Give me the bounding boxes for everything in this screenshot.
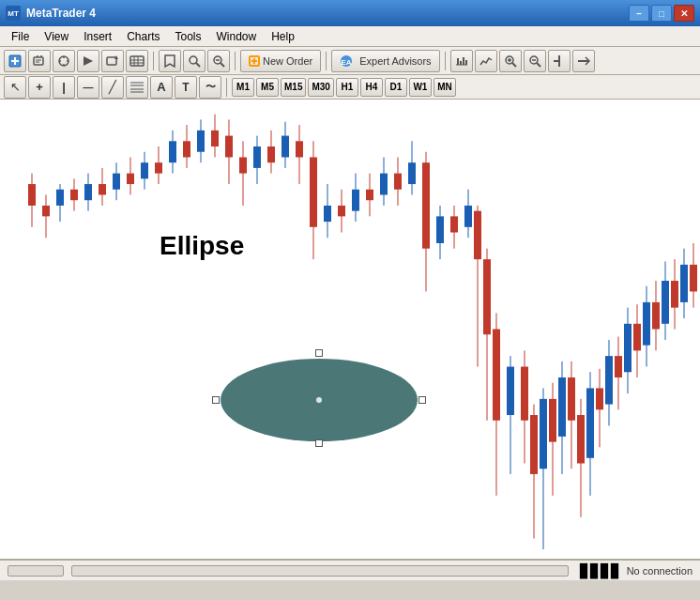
tool-vline[interactable]: | [53,76,75,99]
svg-text:EA: EA [342,58,352,67]
handle-top[interactable] [315,349,323,357]
svg-rect-112 [464,206,472,227]
svg-rect-110 [450,216,458,232]
title-bar-text: MetaTrader 4 [26,7,629,20]
svg-rect-146 [633,324,641,351]
svg-rect-66 [141,162,148,178]
svg-rect-54 [56,190,64,206]
svg-rect-120 [507,367,514,415]
no-connection-label: No connection [627,565,692,577]
menu-insert[interactable]: Insert [76,28,119,45]
svg-line-23 [221,63,224,67]
title-bar: MT MetaTrader 4 – □ ✕ [0,0,700,26]
svg-rect-56 [70,190,78,200]
tool-text-a[interactable]: A [150,76,173,99]
svg-rect-152 [662,281,669,324]
maximize-button[interactable]: □ [651,5,672,22]
svg-rect-126 [540,399,547,469]
timeframe-mn[interactable]: MN [434,78,456,97]
toolbar-btn-6[interactable] [126,50,148,72]
svg-line-21 [196,63,200,67]
svg-rect-72 [183,141,190,157]
toolbar-chart-scroll[interactable] [548,50,571,72]
svg-rect-74 [197,131,205,152]
timeframe-m5[interactable]: M5 [256,78,279,97]
toolbar-btn-2[interactable] [28,50,51,72]
bars-icon: ▊▊▊▊ [580,563,621,578]
svg-rect-70 [169,141,176,162]
svg-rect-52 [42,206,50,216]
timeframe-m1[interactable]: M1 [232,78,254,97]
timeframe-d1[interactable]: D1 [385,78,407,97]
svg-rect-80 [239,157,247,173]
handle-right[interactable] [418,396,426,404]
svg-rect-62 [113,174,120,190]
tool-diagonal[interactable]: ╱ [101,76,124,99]
svg-rect-50 [28,184,36,206]
menu-window[interactable]: Window [209,28,265,45]
svg-rect-86 [282,136,289,158]
svg-rect-140 [605,356,613,404]
menu-bar: File View Insert Charts Tools Window Hel… [0,26,700,47]
timeframe-m15[interactable]: M15 [281,78,306,97]
toolbar-tick[interactable] [475,50,497,72]
svg-rect-148 [643,302,650,346]
handle-bottom[interactable] [315,439,323,447]
menu-charts[interactable]: Charts [119,28,167,45]
sep2 [235,52,236,70]
svg-rect-64 [127,174,134,184]
toolbar-btn-8[interactable] [183,50,205,72]
close-button[interactable]: ✕ [674,5,694,22]
toolbar-btn-3[interactable] [53,50,75,72]
svg-line-36 [512,63,516,67]
toolbar-btn-4[interactable] [77,50,99,72]
svg-rect-132 [568,377,575,421]
minimize-button[interactable]: – [629,5,649,22]
svg-rect-150 [652,302,660,330]
new-order-button[interactable]: New Order [240,50,321,72]
svg-rect-154 [671,281,678,308]
tool-arrow[interactable]: ↖ [4,76,26,99]
toolbar-zoom-out[interactable] [524,50,546,72]
svg-rect-128 [549,399,556,442]
menu-file[interactable]: File [4,28,37,45]
candlestick-chart [0,100,700,559]
tool-wave[interactable]: 〜 [199,76,221,99]
svg-rect-158 [690,265,697,292]
svg-marker-19 [165,55,175,67]
expert-advisors-button[interactable]: EA Expert Advisors [331,50,439,72]
toolbar-zoom-in[interactable] [499,50,522,72]
handle-left[interactable] [212,396,220,404]
toolbar-btn-7[interactable] [159,50,181,72]
menu-help[interactable]: Help [264,28,302,45]
toolbar-autoscroll[interactable] [572,50,595,72]
svg-rect-136 [586,388,594,457]
toolbar-btn-9[interactable] [207,50,230,72]
toolbar-period[interactable] [450,50,473,72]
menu-view[interactable]: View [37,28,76,45]
tool-crosshair[interactable]: + [28,76,51,99]
toolbar-btn-5[interactable] [101,50,124,72]
tool-hline[interactable]: — [77,76,99,99]
menu-tools[interactable]: Tools [168,28,209,45]
timeframe-h1[interactable]: H1 [336,78,358,97]
timeframe-w1[interactable]: W1 [409,78,432,97]
scrollbar-main[interactable] [71,565,569,577]
svg-rect-114 [474,211,481,259]
ellipse-object[interactable] [216,353,422,447]
timeframe-m30[interactable]: M30 [308,78,333,97]
timeframe-h4[interactable]: H4 [360,78,383,97]
ellipse-label: Ellipse [160,231,244,261]
svg-rect-68 [155,162,162,173]
scrollbar-left[interactable] [8,565,64,577]
title-bar-controls: – □ ✕ [629,5,694,22]
svg-rect-104 [408,162,416,184]
tool-text-t[interactable]: T [175,76,197,99]
svg-rect-138 [596,388,603,409]
tool-fib[interactable] [126,76,148,99]
toolbar-btn-new[interactable] [4,50,26,72]
chart-area[interactable]: Ellipse [0,100,700,560]
svg-rect-96 [352,190,359,211]
svg-point-160 [316,397,322,403]
svg-rect-92 [324,206,331,222]
